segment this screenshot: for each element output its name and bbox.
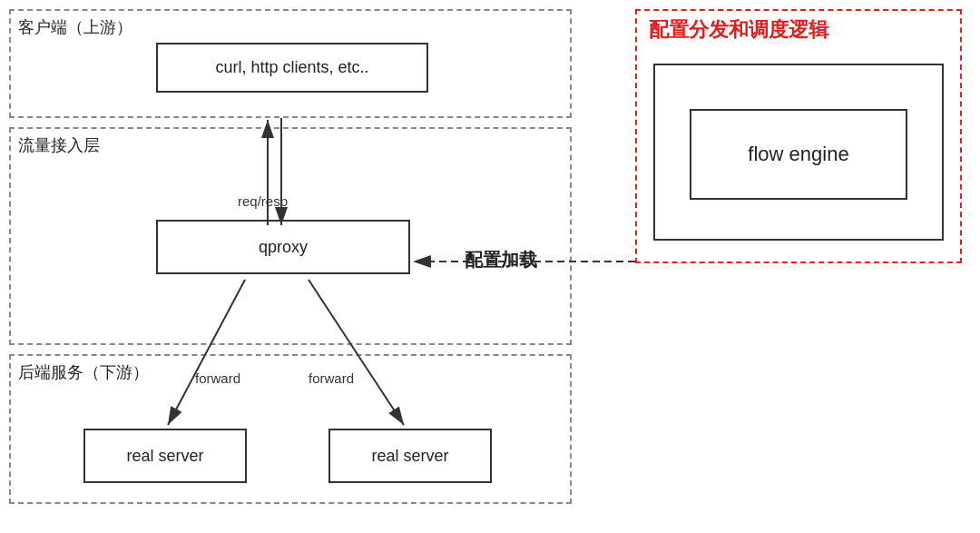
req-resp-label: req/resp	[238, 193, 288, 209]
config-title: 配置分发和调度逻辑	[649, 16, 828, 44]
traffic-section: 流量接入层 qproxy	[9, 127, 572, 345]
traffic-section-label: 流量接入层	[18, 134, 100, 156]
client-section-label: 客户端（上游）	[18, 16, 132, 38]
qproxy-box: qproxy	[156, 220, 410, 274]
forward-2-label: forward	[309, 370, 354, 386]
client-section: 客户端（上游） curl, http clients, etc..	[9, 9, 572, 118]
flow-engine-box: flow engine	[690, 109, 907, 200]
diagram-container: 客户端（上游） curl, http clients, etc.. 流量接入层 …	[0, 0, 980, 533]
curl-box: curl, http clients, etc..	[156, 43, 428, 93]
backend-section: 后端服务（下游） real server real server	[9, 354, 572, 504]
config-load-label: 配置加载	[465, 248, 537, 272]
backend-section-label: 后端服务（下游）	[18, 361, 149, 383]
real-server-1-box: real server	[83, 429, 247, 483]
real-server-2-box: real server	[328, 429, 492, 483]
forward-1-label: forward	[195, 370, 240, 386]
